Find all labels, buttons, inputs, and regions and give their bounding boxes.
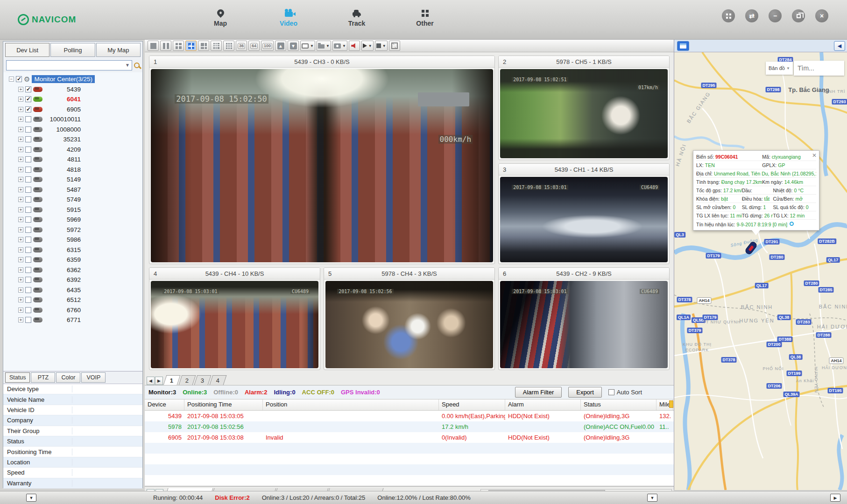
expand-box-icon[interactable]: + — [18, 167, 23, 172]
play-button[interactable]: ▼ — [361, 41, 374, 51]
device-checkbox[interactable] — [25, 287, 31, 293]
export-button[interactable]: Export — [568, 387, 602, 398]
statusbar-dropdown-icon[interactable]: ▼ — [26, 494, 36, 502]
expand-box-icon[interactable]: + — [18, 297, 23, 302]
device-label[interactable]: 5972 — [44, 226, 81, 233]
device-search-input[interactable]: ▼ — [6, 60, 132, 70]
column-header-positioning-time[interactable]: Positioning Time — [184, 399, 263, 410]
tree-device-row[interactable]: +4811 — [4, 154, 141, 165]
column-header-device[interactable]: Device — [145, 399, 184, 410]
device-checkbox[interactable] — [25, 176, 31, 182]
device-checkbox[interactable] — [25, 227, 31, 233]
tree-device-row[interactable]: +6512 — [4, 295, 141, 305]
tree-root-label[interactable]: Monitor Center(3/25) — [32, 75, 95, 83]
page-tab-1[interactable]: 1 — [163, 375, 181, 385]
alarm-filter-button[interactable]: Alarm Filter — [515, 387, 562, 398]
expand-box-icon[interactable]: + — [18, 137, 23, 142]
pager-next-icon[interactable]: ▶ — [155, 377, 163, 385]
device-checkbox[interactable] — [25, 307, 31, 313]
table-row[interactable]: 59782017-09-08 15:02:5617.2 km/h(Online)… — [145, 421, 674, 432]
device-checkbox[interactable] — [25, 147, 31, 153]
tree-device-row[interactable]: +6392 — [4, 275, 141, 285]
tree-device-row[interactable]: +5487 — [4, 185, 141, 195]
device-checkbox[interactable] — [25, 86, 31, 92]
tree-device-row[interactable]: +5749 — [4, 195, 141, 205]
tree-device-row[interactable]: +6362 — [4, 265, 141, 275]
expand-box-icon[interactable]: + — [18, 227, 23, 232]
table-row[interactable]: 69052017-09-08 15:03:08Invalid0(Invalid)… — [145, 432, 674, 443]
device-checkbox[interactable] — [25, 277, 31, 283]
statusbar-dropdown2-icon[interactable]: ▼ — [647, 494, 657, 502]
device-label[interactable]: 4811 — [44, 156, 81, 163]
video-cell-6[interactable]: 65439 - CH2 - 9 KB/S 2017-09-08 15:03:01… — [498, 267, 670, 370]
root-checkbox[interactable] — [16, 76, 22, 82]
device-label[interactable]: 5986 — [44, 236, 81, 243]
statusbar-play-icon[interactable]: ▶ — [830, 494, 840, 502]
expand-box-icon[interactable]: + — [18, 267, 23, 273]
device-label[interactable]: 6771 — [44, 316, 81, 323]
expand-box-icon[interactable]: + — [18, 87, 23, 92]
map-canvas[interactable]: DT284DT295DT298DT293QL3DT179DT291DT280DT… — [674, 52, 847, 490]
side-tab-ptz[interactable]: PTZ — [31, 372, 55, 383]
device-checkbox[interactable] — [25, 297, 31, 303]
expand-box-icon[interactable]: + — [18, 197, 23, 202]
apps-icon[interactable] — [722, 9, 735, 22]
expand-box-icon[interactable]: + — [18, 187, 23, 192]
chevron-down-icon[interactable]: ▼ — [310, 44, 314, 48]
nav-item-other[interactable]: Other — [405, 4, 445, 27]
video-cell-4[interactable]: 45439 - CH4 - 10 KB/S 2017-09-08 15:03:0… — [149, 267, 320, 370]
view-16-button[interactable] — [223, 41, 234, 51]
device-label[interactable]: 6435 — [44, 287, 81, 294]
device-checkbox[interactable] — [25, 217, 31, 223]
pager-prev-icon[interactable]: ◀ — [147, 377, 155, 385]
sidebar-tab-my-map[interactable]: My Map — [96, 43, 141, 57]
device-label[interactable]: 5915 — [44, 206, 81, 213]
stop-button[interactable]: ▼ — [375, 41, 388, 51]
tree-device-row[interactable]: +6905 — [4, 105, 141, 115]
device-label[interactable]: 6512 — [44, 296, 81, 303]
tree-device-row[interactable]: +100010011 — [4, 114, 141, 125]
video-cell-5[interactable]: 55978 - CH4 - 3 KB/S 2017-09-08 15:02:56 — [324, 267, 495, 370]
tree-device-row[interactable]: +5915 — [4, 205, 141, 215]
column-header-position[interactable]: Position — [263, 399, 439, 410]
device-label[interactable]: 4209 — [44, 146, 81, 153]
device-label[interactable]: 6041 — [44, 96, 81, 103]
view-1-button[interactable] — [148, 41, 159, 51]
page-up-button[interactable]: ▲ — [275, 41, 286, 51]
chevron-down-icon[interactable]: ▼ — [326, 44, 330, 48]
device-label[interactable]: 6760 — [44, 307, 81, 314]
device-label[interactable]: 6392 — [44, 276, 81, 283]
column-header-alarm[interactable]: Alarm — [505, 399, 581, 410]
monitor-button[interactable]: ▼ — [300, 41, 315, 51]
chevron-down-icon[interactable]: ▼ — [382, 44, 386, 48]
auto-sort-checkbox[interactable] — [608, 389, 614, 395]
expand-box-icon[interactable]: + — [18, 117, 23, 122]
expand-box-icon[interactable]: + — [18, 147, 23, 152]
device-label[interactable]: 6362 — [44, 266, 81, 273]
close-icon[interactable]: ✕ — [812, 152, 817, 159]
audio-button[interactable] — [349, 41, 360, 51]
device-checkbox[interactable] — [25, 136, 31, 142]
device-checkbox[interactable] — [25, 207, 31, 213]
chevron-down-icon[interactable]: ▼ — [342, 44, 346, 48]
fullscreen-button[interactable] — [389, 41, 400, 51]
view-8-button[interactable] — [198, 41, 209, 51]
gear-icon[interactable]: ⚙ — [24, 76, 30, 83]
expand-box-icon[interactable]: + — [18, 127, 23, 132]
page-tab-4[interactable]: 4 — [210, 375, 227, 385]
nav-item-map[interactable]: Map — [201, 4, 240, 27]
chevron-down-icon[interactable]: ▼ — [368, 44, 372, 48]
device-label[interactable]: 5439 — [44, 86, 81, 93]
table-row[interactable]: 54392017-09-08 15:03:050.00 km/h(East),P… — [145, 411, 674, 421]
video-stream[interactable]: 2017-09-08 15:02:51 017km/h — [500, 69, 668, 158]
tree-device-row[interactable]: +6315 — [4, 245, 141, 255]
expand-box-icon[interactable]: + — [18, 308, 23, 313]
tree-device-row[interactable]: +4818 — [4, 165, 141, 175]
tree-device-row[interactable]: +5969 — [4, 215, 141, 225]
video-cell-2[interactable]: 25978 - CH5 - 1 KB/S 2017-09-08 15:02:51… — [498, 56, 670, 160]
view-64-button[interactable]: 64 — [248, 41, 260, 51]
side-tab-color[interactable]: Color — [56, 372, 80, 383]
video-stream[interactable]: 2017-09-08 15:02:50 000km/h — [151, 69, 493, 262]
video-cell-3[interactable]: 35439 - CH1 - 14 KB/S 2017-09-08 15:03:0… — [498, 163, 670, 264]
tree-device-row[interactable]: +35231 — [4, 134, 141, 145]
